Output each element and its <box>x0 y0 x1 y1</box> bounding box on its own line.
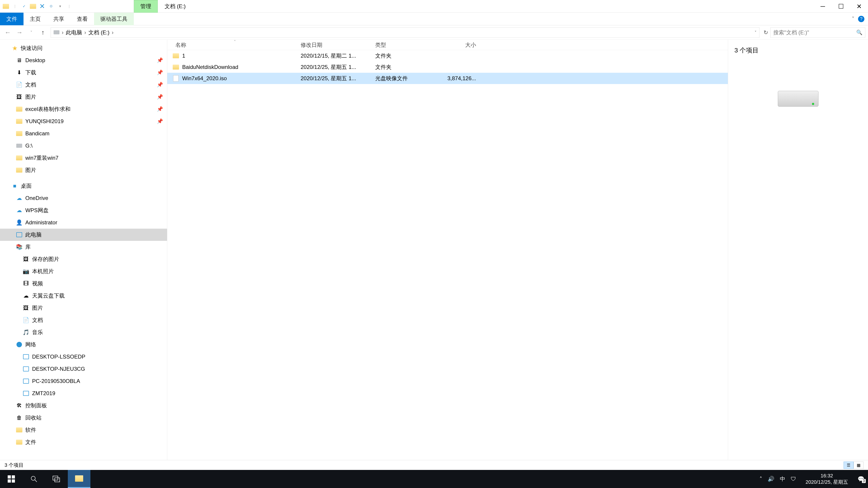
taskbar-clock[interactable]: 16:32 2020/12/25, 星期五 <box>802 473 852 485</box>
ime-indicator[interactable]: 中 <box>780 475 785 483</box>
file-name: 1 <box>182 53 185 59</box>
column-name[interactable]: ˄名称 <box>167 41 301 48</box>
quick-access-toolbar: | ✓ ✕ ⚙ ▾ | <box>0 3 75 10</box>
taskbar: ˄ 🔊 中 🛡 16:32 2020/12/25, 星期五 💬3 <box>0 470 868 488</box>
tree-pc4[interactable]: ZMT2019 <box>0 387 167 399</box>
tree-tianyi[interactable]: ☁天翼云盘下载 <box>0 290 167 302</box>
tree-recycle-bin[interactable]: 🗑回收站 <box>0 412 167 424</box>
search-input[interactable] <box>773 29 856 36</box>
tree-downloads[interactable]: ⬇下载📌 <box>0 66 167 78</box>
help-icon[interactable]: ? <box>858 16 864 22</box>
tree-desktop[interactable]: 🖥Desktop📌 <box>0 54 167 66</box>
minimize-button[interactable]: ─ <box>814 0 832 13</box>
breadcrumb-drive[interactable]: 文档 (E:) <box>88 29 110 36</box>
nav-back-button[interactable]: ← <box>4 29 12 36</box>
preview-item-count: 3 个项目 <box>735 46 862 55</box>
tree-onedrive[interactable]: ☁OneDrive <box>0 192 167 204</box>
tree-pictures-lib[interactable]: 🖼图片 <box>0 302 167 314</box>
manage-contextual-tab[interactable]: 管理 <box>134 0 158 13</box>
file-explorer-taskbar-button[interactable] <box>68 470 90 488</box>
tree-win7reinstall[interactable]: win7重装win7 <box>0 152 167 164</box>
start-button[interactable] <box>0 470 23 488</box>
address-dropdown-icon[interactable]: ˅ <box>754 30 756 35</box>
column-date[interactable]: 修改日期 <box>301 41 375 48</box>
search-box[interactable]: 🔍 <box>770 27 865 38</box>
security-icon[interactable]: 🛡 <box>791 476 796 482</box>
tree-saved-pictures[interactable]: 🖼保存的图片 <box>0 253 167 265</box>
tree-pc2[interactable]: DESKTOP-NJEU3CG <box>0 363 167 375</box>
qat-close-icon[interactable]: ✕ <box>38 3 46 10</box>
tree-desktop-root[interactable]: ■桌面 <box>0 180 167 192</box>
nav-up-button[interactable]: ↑ <box>39 29 47 36</box>
tree-network[interactable]: 网络 <box>0 338 167 351</box>
folder-icon <box>173 53 179 58</box>
nav-history-dropdown[interactable]: ˅ <box>27 30 35 35</box>
tray-overflow-icon[interactable]: ˄ <box>760 476 762 482</box>
ribbon-share-tab[interactable]: 共享 <box>47 13 70 25</box>
tree-documents[interactable]: 📄文档📌 <box>0 78 167 91</box>
ribbon-home-tab[interactable]: 主页 <box>24 13 47 25</box>
pc-icon <box>16 231 23 238</box>
tree-pictures-2[interactable]: 图片 <box>0 164 167 176</box>
ribbon-view-tab[interactable]: 查看 <box>70 13 94 25</box>
file-date: 2020/12/25, 星期五 1... <box>301 75 375 82</box>
tree-yunqishi[interactable]: YUNQISHI2019📌 <box>0 115 167 127</box>
nav-forward-button[interactable]: → <box>16 29 24 36</box>
drive-illustration <box>778 91 818 111</box>
qat-folder-icon[interactable] <box>29 3 37 10</box>
address-bar[interactable]: › 此电脑 › 文档 (E:) › ˅ <box>51 27 760 38</box>
tree-software[interactable]: 软件 <box>0 424 167 436</box>
search-icon[interactable]: 🔍 <box>856 30 862 35</box>
file-date: 2020/12/15, 星期二 1... <box>301 52 375 59</box>
search-icon <box>31 476 37 482</box>
tree-wps[interactable]: ☁WPS网盘 <box>0 204 167 217</box>
tree-excel-folder[interactable]: excel表格制作求和📌 <box>0 103 167 115</box>
iso-file-icon <box>173 75 179 82</box>
tree-pc3[interactable]: PC-20190530OBLA <box>0 375 167 387</box>
file-row[interactable]: BaiduNetdiskDownload2020/12/25, 星期五 1...… <box>167 61 728 73</box>
view-details-button[interactable]: ☰ <box>844 462 854 469</box>
search-button[interactable] <box>23 470 45 488</box>
tree-administrator[interactable]: 👤Administrator <box>0 217 167 229</box>
close-button[interactable]: ✕ <box>850 0 868 13</box>
ribbon-collapse-icon[interactable]: ˅ <box>852 16 855 22</box>
qat-check-icon[interactable]: ✓ <box>20 3 28 10</box>
tree-pc1[interactable]: DESKTOP-LSSOEDP <box>0 351 167 363</box>
tree-documents-lib[interactable]: 📄文档 <box>0 314 167 326</box>
drive-icon <box>16 142 23 149</box>
tree-pictures[interactable]: 🖼图片📌 <box>0 91 167 103</box>
task-view-button[interactable] <box>45 470 68 488</box>
folder-icon <box>16 106 23 112</box>
tree-files[interactable]: 文件 <box>0 436 167 448</box>
qat-dropdown-icon[interactable]: ▾ <box>57 3 64 10</box>
ribbon-drive-tools-tab[interactable]: 驱动器工具 <box>94 13 134 25</box>
pc-icon <box>23 378 29 385</box>
refresh-button[interactable]: ↻ <box>761 29 770 36</box>
app-icon <box>2 3 9 10</box>
tree-bandicam[interactable]: Bandicam <box>0 127 167 140</box>
folder-icon <box>173 65 179 70</box>
ribbon-file-tab[interactable]: 文件 <box>0 13 24 25</box>
view-icons-button[interactable]: ▦ <box>854 462 864 469</box>
qat-settings-icon[interactable]: ⚙ <box>48 3 55 10</box>
breadcrumb-this-pc[interactable]: 此电脑 <box>66 29 82 36</box>
tree-control-panel[interactable]: 🛠控制面板 <box>0 399 167 412</box>
file-type: 文件夹 <box>375 52 436 59</box>
pc-icon <box>23 390 29 397</box>
file-row[interactable]: Win7x64_2020.iso2020/12/25, 星期五 1...光盘映像… <box>167 73 728 84</box>
tree-quick-access[interactable]: ★快速访问 <box>0 42 167 54</box>
tree-videos[interactable]: 🎞视频 <box>0 278 167 290</box>
tree-libraries[interactable]: 📚库 <box>0 241 167 253</box>
volume-icon[interactable]: 🔊 <box>768 476 774 482</box>
file-row[interactable]: 12020/12/15, 星期二 1...文件夹 <box>167 50 728 61</box>
column-type[interactable]: 类型 <box>375 41 436 48</box>
column-size[interactable]: 大小 <box>436 41 482 48</box>
tree-camera-roll[interactable]: 📷本机照片 <box>0 265 167 278</box>
tree-music[interactable]: 🎵音乐 <box>0 326 167 338</box>
tree-gdrive[interactable]: G:\ <box>0 140 167 152</box>
tree-this-pc[interactable]: 此电脑 <box>0 229 167 241</box>
folder-icon <box>16 167 23 173</box>
nav-tree[interactable]: ★快速访问 🖥Desktop📌 ⬇下载📌 📄文档📌 🖼图片📌 excel表格制作… <box>0 40 167 460</box>
action-center-icon[interactable]: 💬3 <box>858 476 864 482</box>
maximize-button[interactable]: ☐ <box>832 0 850 13</box>
